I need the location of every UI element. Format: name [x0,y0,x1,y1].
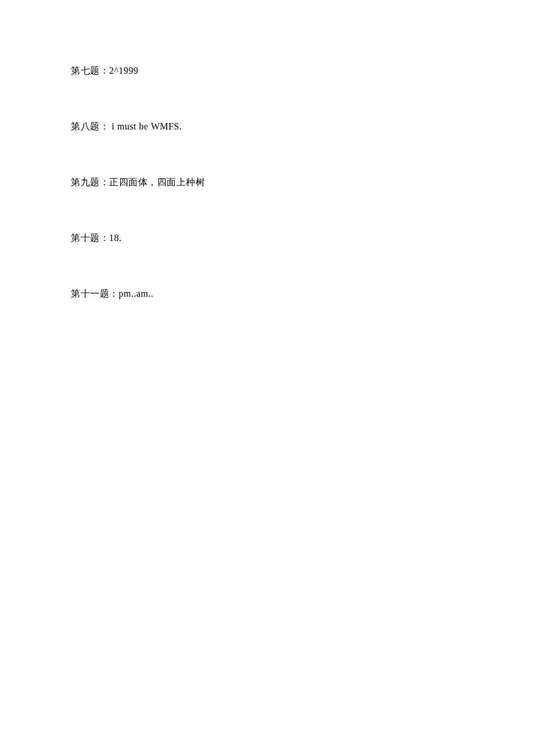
question-7-label: 第七题： [71,66,109,75]
question-9-label: 第九题： [71,177,109,187]
question-7-answer: 2^1999 [109,66,139,75]
question-9-answer: 正四面体，四面上种树 [109,177,205,187]
question-10-answer: 18. [109,233,122,243]
question-8-label: 第八题： [71,121,109,131]
question-11-answer: pm..am.. [119,289,154,298]
question-8-answer: i must be WMFS. [109,121,182,131]
question-7: 第七题：2^1999 [71,64,534,78]
question-11: 第十一题：pm..am.. [71,287,534,301]
question-11-label: 第十一题： [71,289,119,298]
question-9: 第九题：正四面体，四面上种树 [71,175,534,189]
question-10-label: 第十题： [71,233,109,243]
question-10: 第十题：18. [71,231,534,245]
question-8: 第八题： i must be WMFS. [71,120,534,134]
